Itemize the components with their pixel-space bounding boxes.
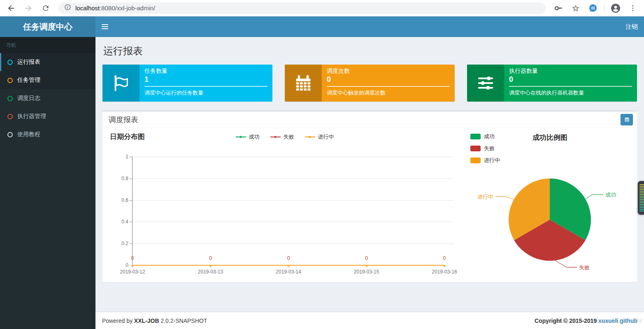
legend-label: 成功 — [484, 133, 495, 140]
stat-value: 0 — [327, 75, 450, 84]
legend-label: 失败 — [484, 145, 495, 152]
pie-graphic: 成功 失败 进行中 — [463, 172, 637, 280]
page-info-icon[interactable] — [64, 4, 71, 12]
data-point[interactable] — [132, 265, 134, 267]
swatch-icon — [470, 146, 481, 151]
pie-label-fail: 失败 — [579, 264, 590, 271]
gridline — [133, 178, 454, 179]
sidebar-toggle-icon[interactable] — [95, 16, 114, 37]
main-content: 运行报表 任务数量 1 调度中心运行的任务数量 — [95, 37, 644, 282]
pie-label-success: 成功 — [605, 192, 616, 198]
point-value-label: 0 — [365, 255, 368, 261]
screenshot-extension-widget[interactable] — [638, 181, 644, 215]
x-tick-label: 2019-03-15 — [354, 269, 379, 275]
panel-title: 调度报表 — [109, 115, 138, 125]
password-key-icon[interactable] — [551, 1, 565, 15]
sidebar-item-run-report[interactable]: 运行报表 — [0, 53, 95, 71]
legend-item-success[interactable]: 成功 — [236, 133, 260, 141]
author-link[interactable]: xuxueli — [598, 317, 618, 324]
panel-body: 日期分布图 成功 失败 进行中 — [102, 128, 637, 282]
xxl-job-admin-app: 任务调度中心 注销 导航 运行报表 任务管理 调度日志 执行器管理 使用教程 运… — [0, 16, 644, 329]
point-value-label: 0 — [209, 255, 212, 261]
data-point[interactable] — [288, 265, 290, 267]
url-bar[interactable]: localhost:8080/xxl-job-admin/ — [58, 2, 546, 14]
sidebar-item-executor-manage[interactable]: 执行器管理 — [0, 107, 95, 125]
gridline — [133, 200, 454, 201]
swatch-icon — [470, 158, 481, 163]
stat-card-content: 执行器数量 0 调度中心在线的执行器机器数量 — [504, 65, 637, 102]
line-chart-legend: 成功 失败 进行中 — [107, 133, 463, 141]
browser-menu-icon[interactable] — [626, 1, 640, 15]
stat-value: 0 — [509, 75, 632, 84]
circle-icon — [7, 96, 13, 101]
legend-item-fail[interactable]: 失败 — [470, 145, 500, 152]
x-tick-label: 2019-03-13 — [198, 269, 223, 275]
sidebar-item-label: 调度日志 — [17, 95, 40, 102]
x-tick-label: 2019-03-12 — [120, 269, 145, 275]
x-tick-label: 2019-03-14 — [276, 269, 301, 275]
sidebar-item-job-manage[interactable]: 任务管理 — [0, 71, 95, 89]
sidebar-item-dispatch-log[interactable]: 调度日志 — [0, 89, 95, 107]
copyright-text: Copyright © 2015-2019 — [535, 317, 597, 324]
legend-item-fail[interactable]: 失败 — [270, 133, 294, 141]
stat-label: 调度次数 — [327, 67, 450, 75]
sidebar-header: 导航 — [0, 37, 95, 53]
stat-description: 调度中心在线的执行器机器数量 — [509, 89, 632, 97]
profile-icon[interactable] — [609, 1, 623, 15]
github-link[interactable]: github — [620, 317, 637, 324]
legend-item-running[interactable]: 进行中 — [470, 157, 500, 164]
back-icon[interactable] — [4, 1, 18, 15]
legend-item-running[interactable]: 进行中 — [305, 133, 334, 141]
circle-icon — [7, 132, 13, 137]
sidebar-item-label: 使用教程 — [17, 131, 40, 138]
stat-divider — [144, 86, 267, 87]
bookmark-star-icon[interactable] — [569, 1, 583, 15]
line-chart-plot: 1 0.8 0.6 0.4 0.2 0 0 0 — [132, 157, 454, 265]
sidebar-item-label: 执行器管理 — [17, 113, 46, 120]
y-tick-label: 0.4 — [109, 219, 128, 225]
pie-label-running: 进行中 — [477, 194, 493, 200]
legend-label: 失败 — [284, 133, 294, 141]
legend-label: 成功 — [249, 133, 260, 141]
app-logo[interactable]: 任务调度中心 — [0, 16, 95, 37]
stat-description: 调度中心运行的任务数量 — [144, 89, 267, 97]
version: 2.0.2-SNAPSHOT — [160, 317, 207, 324]
powered-by: Powered by XXL-JOB 2.0.2-SNAPSHOT — [102, 317, 207, 324]
line-marker-icon — [305, 137, 315, 137]
legend-item-success[interactable]: 成功 — [470, 133, 500, 140]
swatch-icon — [470, 134, 481, 139]
url-host: localhost — [75, 5, 100, 12]
gridline — [133, 243, 454, 244]
sidebar-item-tutorial[interactable]: 使用教程 — [0, 125, 95, 144]
stat-divider — [327, 86, 450, 87]
point-value-label: 0 — [287, 255, 290, 261]
toolbar-divider — [604, 4, 604, 12]
refresh-icon[interactable] — [39, 1, 53, 15]
y-tick-label: 0.6 — [109, 197, 128, 203]
data-point[interactable] — [209, 265, 212, 267]
extension-icon[interactable] — [586, 1, 600, 15]
legend-label: 进行中 — [484, 157, 500, 164]
x-tick-label: 2019-03-16 — [432, 269, 457, 275]
success-ratio-chart: 成功比例图 成功 失败 进行中 — [463, 128, 637, 282]
forward-icon[interactable] — [21, 1, 35, 15]
legend-label: 进行中 — [318, 133, 334, 141]
logout-button[interactable]: 注销 — [619, 16, 644, 37]
dispatch-report-panel: 调度报表 日期分布图 — [102, 111, 637, 282]
stat-value: 1 — [144, 75, 267, 84]
stat-divider — [509, 86, 632, 87]
data-point[interactable] — [365, 265, 367, 267]
gridline — [133, 157, 454, 157]
gridline — [133, 222, 454, 222]
data-point[interactable] — [444, 265, 446, 267]
sidebar-item-label: 运行报表 — [17, 58, 40, 66]
date-range-button[interactable] — [621, 114, 633, 125]
y-tick-label: 1 — [109, 154, 128, 160]
equalizer-stripes-icon — [639, 184, 644, 211]
stat-label: 执行器数量 — [509, 67, 632, 75]
stat-card-content: 任务数量 1 调度中心运行的任务数量 — [139, 65, 272, 102]
flag-icon — [102, 65, 139, 102]
pie-chart-legend: 成功 失败 进行中 — [470, 133, 500, 164]
powered-prefix: Powered by — [102, 317, 133, 324]
url-text[interactable]: localhost:8080/xxl-job-admin/ — [75, 5, 155, 12]
